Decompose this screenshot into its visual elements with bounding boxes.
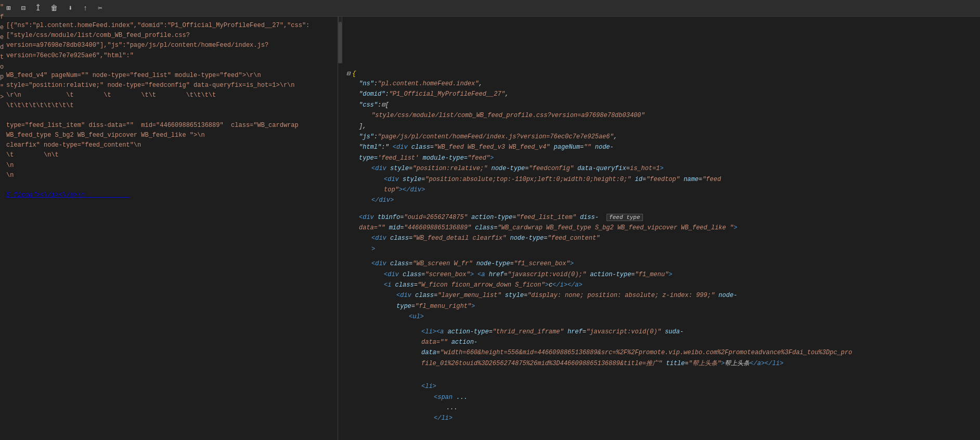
format-icon[interactable]: ⊞ — [4, 3, 12, 14]
download-icon[interactable]: ⬇ — [66, 3, 74, 14]
html-div-feedconfig: <div — [371, 165, 386, 172]
ns-key: "ns" — [359, 80, 374, 87]
html-div-feeditem: <div — [359, 214, 374, 221]
feed-type-label: feed type — [607, 214, 642, 221]
css-bracket-open: ⊟[ — [381, 101, 389, 109]
collapse-button[interactable]: ⊟ — [346, 70, 350, 77]
html-key: "html" — [359, 144, 381, 151]
js-value: "page/js/pl/content/homeFeed/index.js?ve… — [378, 133, 614, 140]
text-icon[interactable]: Ī — [34, 3, 42, 14]
html-li-iframe: <li><a — [421, 328, 444, 335]
html-div-feedtop: <div — [384, 176, 399, 183]
share-icon[interactable]: ↑ — [81, 3, 89, 14]
css-item: "style/css/module/list/comb_WB_feed_prof… — [371, 112, 645, 119]
html-div-screenbox: <div — [384, 271, 399, 278]
delete-icon[interactable]: 🗑 — [48, 3, 60, 14]
css-key: "css" — [359, 101, 378, 109]
html-li-second: <li> — [421, 383, 436, 390]
html-div-open: <div — [393, 144, 408, 151]
main-container: [{"ns":"pl.content.homeFeed.index","domi… — [0, 17, 980, 440]
more-icon[interactable]: ✂ — [96, 3, 104, 14]
html-span-hover: <span — [434, 394, 453, 401]
html-i-ficon: <i — [384, 281, 391, 289]
html-type-attr: type= — [359, 154, 378, 162]
domid-key: "domid" — [359, 90, 385, 98]
html-div-feeddetail: <div — [371, 235, 386, 242]
scrollbar-thumb[interactable] — [339, 22, 342, 63]
domid-value: "P1_Official_MyProfileFeed__27" — [389, 90, 505, 98]
right-panel[interactable]: ⊟ { "ns":"pl.content.homeFeed.index", "d… — [338, 63, 860, 430]
left-panel[interactable]: [{"ns":"pl.content.homeFeed.index","domi… — [0, 17, 338, 440]
js-key: "js" — [359, 133, 374, 140]
html-ul: <ul> — [409, 313, 424, 320]
opening-brace: { — [352, 70, 356, 77]
table-icon[interactable]: ⊟ — [19, 3, 27, 14]
html-div-menulist: <div — [396, 292, 411, 299]
html-div-wbscreen: <div — [371, 260, 386, 267]
left-code-content: [{"ns":"pl.content.homeFeed.index","domi… — [0, 21, 338, 200]
scrollbar-divider[interactable] — [338, 17, 342, 63]
ns-value: "pl.content.homeFeed.index" — [378, 80, 479, 87]
toolbar: ⊞ ⊟ Ī 🗑 ⬇ ↑ ✂ — [0, 0, 980, 17]
right-panel-content: ⊟ { "ns":"pl.content.homeFeed.index", "d… — [338, 68, 860, 426]
html-class-attr: class — [411, 144, 430, 151]
